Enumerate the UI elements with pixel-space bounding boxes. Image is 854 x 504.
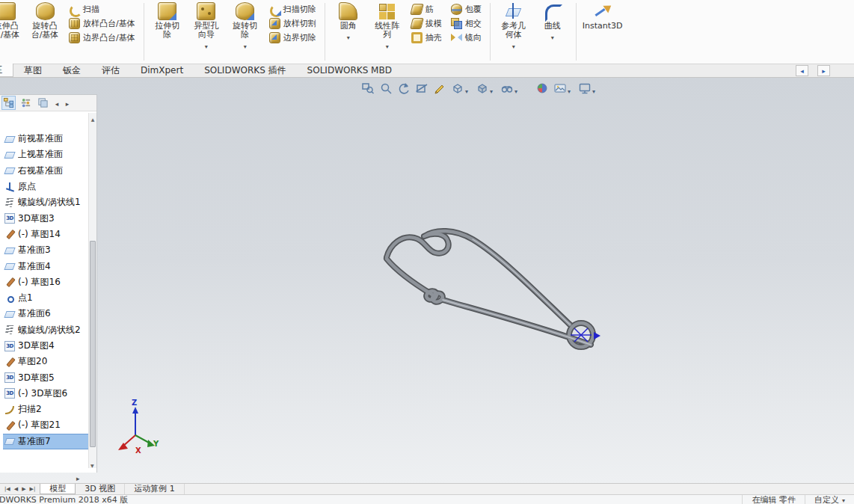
scroll-thumb[interactable] xyxy=(90,241,96,447)
dropdown-caret-icon[interactable] xyxy=(551,31,554,39)
tree-item[interactable]: (-) 3D草图6 xyxy=(3,386,96,402)
panel-tab-right-arrow-icon[interactable] xyxy=(64,98,71,108)
tree-item[interactable]: 前视基准面 xyxy=(3,131,96,147)
view-settings-icon[interactable] xyxy=(576,79,594,97)
tree-item[interactable]: (-) 草图16 xyxy=(3,274,96,290)
panel-tab-left-arrow-icon[interactable] xyxy=(53,98,61,108)
tree-item[interactable]: 草图20 xyxy=(3,354,96,369)
intersect-button[interactable]: 相交 xyxy=(448,16,485,31)
boundary-button[interactable]: 边界凸台/基体 xyxy=(66,31,138,45)
dropdown-caret-icon[interactable] xyxy=(347,31,350,39)
model-safety-pin[interactable] xyxy=(387,231,593,347)
tree-item[interactable]: 3D草图5 xyxy=(3,369,96,385)
tree-item[interactable]: (-) 草图14 xyxy=(3,227,96,242)
previous-view-icon[interactable] xyxy=(395,79,413,97)
shell-button[interactable]: 抽壳 xyxy=(408,31,445,45)
zoom-to-area-icon[interactable] xyxy=(377,79,395,97)
hide-show-items-icon[interactable] xyxy=(498,79,516,97)
rib-button[interactable]: 筋 xyxy=(408,2,445,16)
pane-scroll-left-icon[interactable] xyxy=(796,65,808,76)
tree-item-selected[interactable]: 基准面7 xyxy=(3,434,88,449)
3d-views-tab[interactable]: 3D 视图 xyxy=(76,484,125,494)
loft-cut-button[interactable]: 放样切割 xyxy=(266,16,319,31)
dropdown-caret-icon[interactable] xyxy=(568,85,574,96)
graphics-area[interactable]: Z X Y xyxy=(0,78,854,483)
fillet-button[interactable]: 圆角 xyxy=(329,0,368,39)
display-style-icon[interactable] xyxy=(473,79,491,97)
dropdown-caret-icon[interactable] xyxy=(512,40,515,48)
dropdown-caret-icon[interactable] xyxy=(465,85,472,96)
reference-geometry-button[interactable]: 参考几何体 xyxy=(494,0,533,48)
view-orientation-icon[interactable] xyxy=(449,79,467,97)
tree-item[interactable]: 原点 xyxy=(3,179,96,194)
next-tab-icon[interactable] xyxy=(22,486,25,492)
tab-solidworks-mbd[interactable]: SOLIDWORKS MBD xyxy=(297,64,402,77)
tree-item[interactable]: 3D草图4 xyxy=(3,338,96,354)
section-view-icon[interactable] xyxy=(413,79,431,97)
dropdown-caret-icon[interactable] xyxy=(205,40,208,48)
tab-bar-controls xyxy=(796,65,830,76)
pane-scroll-right-icon[interactable] xyxy=(817,65,830,76)
tab-evaluate[interactable]: 评估 xyxy=(91,64,130,77)
tree-item[interactable]: 基准面4 xyxy=(3,258,96,274)
last-tab-icon[interactable] xyxy=(30,486,36,492)
tab-features[interactable]: 特征 xyxy=(0,64,13,77)
tab-solidworks-addins[interactable]: SOLIDWORKS 插件 xyxy=(194,64,296,77)
extrude-cut-button[interactable]: 拉伸切除 xyxy=(148,0,187,40)
tree-item[interactable]: 扫描2 xyxy=(3,402,96,417)
sweep-button[interactable]: 扫描 xyxy=(66,2,138,16)
tab-sheet-metal[interactable]: 钣金 xyxy=(52,64,91,77)
draft-button[interactable]: 拔模 xyxy=(408,16,445,31)
loft-button[interactable]: 放样凸台/基体 xyxy=(66,16,138,31)
revolve-cut-button[interactable]: 旋转切除 xyxy=(226,0,265,48)
edit-appearance-icon[interactable] xyxy=(533,79,551,97)
revolve-boss-button[interactable]: 旋转凸台/基体 xyxy=(25,0,64,40)
dropdown-caret-icon[interactable] xyxy=(490,85,497,96)
tree-scrollbar[interactable] xyxy=(88,113,96,468)
extrude-boss-button[interactable]: 拉伸凸台/基体 xyxy=(0,0,25,40)
plane-icon xyxy=(4,261,15,271)
model-tab[interactable]: 模型 xyxy=(40,484,76,494)
featuremanager-tree-tab[interactable] xyxy=(1,96,16,110)
mirror-button[interactable]: 镜向 xyxy=(448,31,485,45)
loft-cut-icon xyxy=(269,18,280,29)
tree-item[interactable]: 基准面6 xyxy=(3,306,96,322)
apply-scene-icon[interactable] xyxy=(551,79,569,97)
linear-pattern-button[interactable]: 线性阵列 xyxy=(368,0,407,48)
zoom-to-fit-icon[interactable] xyxy=(359,79,377,97)
annotation-view-icon[interactable] xyxy=(431,79,449,97)
motion-study-tab[interactable]: 运动算例 1 xyxy=(125,484,185,494)
first-tab-icon[interactable] xyxy=(4,486,10,492)
tree-item[interactable]: 右视基准面 xyxy=(3,163,96,179)
tree-item[interactable]: 螺旋线/涡状线2 xyxy=(3,322,96,338)
instant3d-button[interactable]: Instant3D xyxy=(580,0,625,31)
helix-icon xyxy=(4,197,15,208)
dropdown-caret-icon[interactable] xyxy=(514,85,521,96)
boundary-cut-button[interactable]: 边界切除 xyxy=(266,31,319,45)
status-custom-menu[interactable]: 自定义 xyxy=(805,495,854,504)
tree-item[interactable]: 点1 xyxy=(3,290,96,306)
propertymanager-tab[interactable] xyxy=(19,96,33,110)
dropdown-caret-icon[interactable] xyxy=(592,85,599,96)
dropdown-caret-icon[interactable] xyxy=(386,40,389,48)
dropdown-caret-icon[interactable] xyxy=(244,40,247,48)
wrap-button[interactable]: 包覆 xyxy=(448,2,485,16)
panel-expand-arrow-icon[interactable] xyxy=(76,473,87,482)
tab-sketch[interactable]: 草图 xyxy=(13,64,52,77)
configurationmanager-tab[interactable] xyxy=(36,96,50,110)
tree-item[interactable]: 螺旋线/涡状线1 xyxy=(3,194,96,210)
tree-item[interactable]: 3D草图3 xyxy=(3,210,96,226)
previous-tab-icon[interactable] xyxy=(14,486,18,492)
scroll-down-icon[interactable] xyxy=(89,121,96,129)
feature-manager-panel: 前视基准面 上视基准面 右视基准面 原点 螺旋线/涡状线1 3D草图3 (-) … xyxy=(0,94,97,473)
scroll-up-icon[interactable] xyxy=(89,113,96,121)
tree-item[interactable]: (-) 草图21 xyxy=(3,417,96,433)
tree-item[interactable]: 基准面3 xyxy=(3,242,96,258)
sweep-cut-button[interactable]: 扫描切除 xyxy=(266,2,319,16)
tree-item[interactable]: 上视基准面 xyxy=(3,147,96,162)
tab-dimxpert[interactable]: DimXpert xyxy=(130,64,194,77)
feature-group-2: 包覆 相交 镜向 xyxy=(446,0,486,45)
extrude-cut-icon xyxy=(158,2,176,20)
hole-wizard-button[interactable]: 异型孔向导 xyxy=(187,0,226,48)
curves-button[interactable]: 曲线 xyxy=(533,0,572,39)
